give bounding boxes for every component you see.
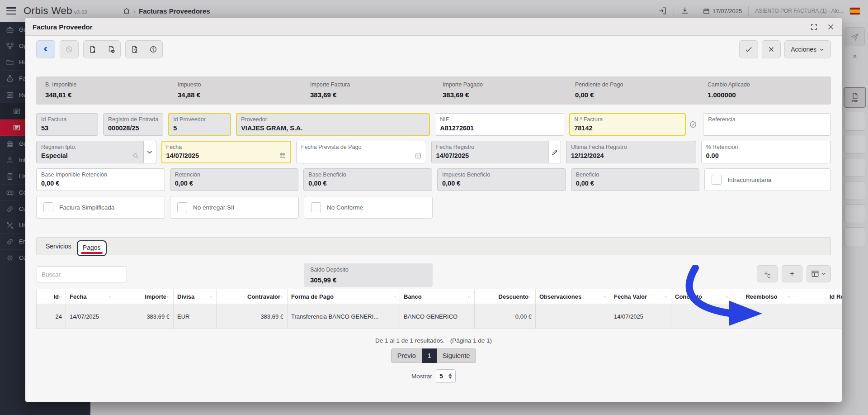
doc-add-icon bbox=[89, 45, 97, 53]
field-base-imponible-retencion[interactable]: Base Imponible Retención0,00 € bbox=[36, 168, 165, 191]
acciones-button[interactable]: Acciones bbox=[784, 40, 831, 58]
toolbar-group bbox=[83, 40, 121, 58]
checkbox-box[interactable] bbox=[43, 202, 53, 212]
add-with-concept-button[interactable]: +C bbox=[757, 265, 778, 282]
summary-b-imponible: B. Imponible348,81 € bbox=[36, 81, 169, 99]
summary-label: Cambio Aplicado bbox=[708, 81, 831, 88]
field-fecha-prevista-de-pago[interactable]: Fecha Prevista de Pago bbox=[296, 141, 426, 163]
field-value: 78142 bbox=[574, 124, 681, 132]
summary-value: 383,69 € bbox=[310, 91, 434, 99]
search-input[interactable] bbox=[37, 266, 127, 282]
field-proveedor[interactable]: ProveedorVIAJES GRAM, S.A. bbox=[236, 113, 430, 136]
column-fecha[interactable]: Fecha↑↓ bbox=[66, 289, 115, 304]
column-observaciones[interactable]: Observaciones↑↓ bbox=[536, 289, 610, 304]
field-id-factura[interactable]: Id Factura53 bbox=[36, 113, 98, 136]
field-base-beneficio[interactable]: Base Beneficio0,00 € bbox=[303, 168, 432, 191]
column-label: Fecha bbox=[70, 293, 87, 300]
field-impuesto-beneficio[interactable]: Impuesto Beneficio0,00 € bbox=[437, 168, 566, 191]
ban-button[interactable] bbox=[60, 40, 79, 58]
column-reembolso[interactable]: Reembolso↑↓ bbox=[732, 289, 794, 304]
field-fecha[interactable]: Fecha14/07/2025 bbox=[161, 141, 292, 163]
checkbox-intracomunitaria[interactable]: Intracomunitaria bbox=[704, 168, 831, 191]
previous-page-button[interactable]: Previo bbox=[391, 348, 422, 363]
maximize-icon[interactable] bbox=[810, 23, 818, 31]
doc-print-button[interactable] bbox=[102, 40, 121, 58]
summary-bar: B. Imponible348,81 €Impuesto34,88 €Impor… bbox=[36, 76, 831, 105]
plus-c-icon: +C bbox=[764, 269, 770, 278]
checkbox-no-entregar-sii[interactable]: No entregar SII bbox=[170, 196, 299, 219]
euro-button[interactable]: € bbox=[36, 40, 55, 58]
field-retencion[interactable]: % Retención0.00 bbox=[701, 141, 831, 163]
page-size-select[interactable]: 5 bbox=[436, 369, 456, 383]
column-banco[interactable]: Banco↑↓ bbox=[400, 289, 475, 304]
accept-button[interactable] bbox=[739, 40, 758, 58]
sort-icon: ↑↓ bbox=[664, 295, 667, 299]
field-label: NIF bbox=[440, 116, 559, 123]
doc-add-button[interactable] bbox=[83, 40, 102, 58]
doc-attach-button[interactable] bbox=[125, 40, 144, 58]
sort-icon: ↑↓ bbox=[787, 295, 790, 299]
field-regimen-ipto[interactable]: Régimen Ipto.Especial bbox=[36, 141, 144, 163]
column-forma-de-pago[interactable]: Forma de Pago↑↓ bbox=[288, 289, 400, 304]
page-size-value: 5 bbox=[439, 372, 443, 380]
current-page-button[interactable]: 1 bbox=[422, 348, 437, 363]
close-icon[interactable] bbox=[827, 23, 835, 31]
cancel-button[interactable] bbox=[762, 40, 781, 58]
columns-icon bbox=[811, 270, 819, 278]
checkbox-no-conforme[interactable]: No Conforme bbox=[304, 196, 433, 219]
checkbox-label: No entregar SII bbox=[193, 204, 235, 211]
column-id[interactable]: Id↑↓ bbox=[37, 289, 66, 304]
field-retencion[interactable]: Retención0,00 € bbox=[170, 168, 299, 191]
saldo-value: 305,99 € bbox=[310, 276, 426, 284]
form-row-1: Id Factura53Registro de Entrada000028/25… bbox=[36, 113, 831, 136]
column-label: Contravalor bbox=[247, 293, 280, 300]
checkbox-box[interactable] bbox=[177, 202, 187, 212]
add-button[interactable]: + bbox=[782, 265, 802, 282]
columns-button[interactable] bbox=[807, 265, 831, 282]
column-concepto[interactable]: Concepto↑↓ bbox=[671, 289, 732, 304]
summary-impuesto: Impuesto34,88 € bbox=[169, 81, 301, 99]
help-button[interactable] bbox=[144, 40, 163, 58]
column-id-reembolso[interactable]: Id Reembolso↑↓ bbox=[794, 289, 842, 304]
next-page-button[interactable]: Siguiente bbox=[437, 348, 476, 363]
field-value: 14/07/2025 bbox=[436, 152, 557, 159]
table-controls: Saldo Depósito 305,99 € +C + bbox=[36, 263, 831, 287]
saldo-label: Saldo Depósito bbox=[310, 267, 426, 273]
column-label: Concepto bbox=[675, 293, 702, 300]
checkbox-box[interactable] bbox=[712, 175, 722, 185]
chevron-down-button[interactable] bbox=[144, 141, 156, 163]
pencil-icon[interactable] bbox=[548, 141, 561, 163]
field-value: A81272601 bbox=[440, 124, 559, 132]
field-ultima-fecha-registro[interactable]: Ultima Fecha Registro12/12/2024 bbox=[566, 141, 696, 163]
tab-servicios[interactable]: Servicios bbox=[40, 239, 77, 253]
checkbox-label: Factura Simplificada bbox=[59, 204, 114, 211]
form-row-4: Factura SimplificadaNo entregar SIINo Co… bbox=[36, 196, 831, 219]
summary-label: B. Imponible bbox=[45, 81, 169, 88]
field-id-proveedor[interactable]: Id Proveedor5 bbox=[168, 113, 231, 136]
sort-icon: ↑↓ bbox=[209, 295, 212, 299]
summary-importe-factura: Importe Factura383,69 € bbox=[301, 81, 434, 99]
cell-divisa: EUR bbox=[174, 304, 217, 329]
cell-reembolso: - bbox=[732, 304, 794, 329]
field-beneficio[interactable]: Beneficio0,00 € bbox=[571, 168, 700, 191]
field-referencia[interactable]: Referencia bbox=[703, 113, 831, 136]
cell-fecha: 14/07/2025 bbox=[66, 304, 115, 329]
column-descuento[interactable]: Descuento↑↓ bbox=[475, 289, 536, 304]
column-importe[interactable]: Importe↑↓ bbox=[115, 289, 174, 304]
field-label: Ultima Fecha Registro bbox=[571, 144, 691, 150]
column-label: Banco bbox=[404, 293, 422, 300]
checkbox-box[interactable] bbox=[311, 202, 321, 212]
field-nif[interactable]: NIFA81272601 bbox=[435, 113, 564, 136]
column-fecha-valor[interactable]: Fecha Valor↑↓ bbox=[610, 289, 671, 304]
summary-cambio-aplicado: Cambio Aplicado1.000000 bbox=[698, 81, 831, 99]
checkbox-factura-simplificada[interactable]: Factura Simplificada bbox=[36, 196, 165, 219]
field-n-factura[interactable]: N.º Factura78142 bbox=[569, 113, 686, 136]
payments-body: 2414/07/2025383,69 €EUR383,69 €Transfere… bbox=[37, 304, 842, 329]
column-divisa[interactable]: Divisa↑↓ bbox=[174, 289, 217, 304]
check-circle-icon bbox=[688, 113, 698, 136]
column-contravalor[interactable]: Contravalor↑↓ bbox=[217, 289, 288, 304]
field-registro-de-entrada[interactable]: Registro de Entrada000028/25 bbox=[103, 113, 163, 136]
tab-pagos[interactable]: Pagos bbox=[77, 240, 107, 256]
doc-attach-icon bbox=[131, 45, 139, 53]
field-fecha-registro[interactable]: Fecha Registro14/07/2025 bbox=[431, 141, 561, 163]
